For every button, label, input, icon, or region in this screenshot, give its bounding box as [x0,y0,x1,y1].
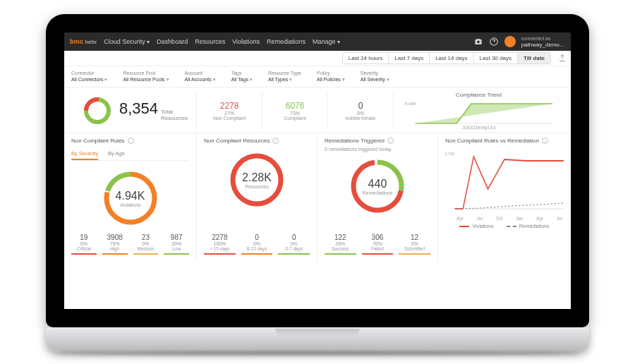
resources-stats: 2278100%> 15 days 00%8-15 days 00%0-7 da… [204,233,310,255]
nav-manage[interactable]: Manage [313,38,340,45]
rules-gauge: 4.94KViolations [100,168,161,229]
panel-resources-title: Non Compliant Resources [204,138,270,144]
trend-sparkline: 8.68K [405,99,552,125]
total-number: 8,354 [119,99,158,118]
trend-chart: 5.73K [445,147,564,216]
nav-violations[interactable]: Violations [232,38,260,45]
filter-resource-type[interactable]: Resource TypeAll Types [268,71,301,83]
trend-title: Compliance Trend [456,92,502,98]
app-topbar: bmchelix Cloud Security Dashboard Resour… [64,32,571,51]
info-icon[interactable]: i [542,138,548,144]
svg-text:8.68K: 8.68K [405,101,417,106]
user-label: connected as [521,36,565,41]
summary-trend: Compliance Trend 8.68K Jul Oct Jan Apr J… [394,92,564,130]
topbar-right: connected as pathway_demo… [473,36,565,48]
svg-point-0 [477,41,480,44]
panel-trend-title: Non Compliant Rules vs Remediation [445,138,539,144]
summary-noncompliant[interactable]: 2278 27% Non Compliant [197,92,262,130]
summary-compliant[interactable]: 6076 73% Compliant [262,92,328,130]
user-block[interactable]: connected as pathway_demo… [521,36,565,48]
svg-text:5.73K: 5.73K [445,152,454,156]
time-range-row: Last 24 hours Last 7 days Last 14 days L… [64,51,571,66]
remed-note: 0 remediations triggered today [325,147,430,152]
rules-stats: 190%Critical 390879%High 230%Medium 9872… [71,233,189,255]
brand-logo: bmchelix [70,38,97,45]
tab-7d[interactable]: Last 7 days [388,53,429,63]
info-icon[interactable]: i [272,138,279,144]
nav-cloud-security[interactable]: Cloud Security [104,38,150,45]
stat-failed[interactable]: 30670%Failed [362,233,394,255]
export-icon[interactable] [558,54,567,63]
filter-resource-pool[interactable]: Resource PoolAll Resource Pools [123,71,169,83]
panel-rules-title: Non Compliant Rules [71,138,125,144]
laptop-base [46,327,589,351]
brand-name: bmc [70,38,83,45]
rules-subtabs: By Severity By Age [71,148,189,161]
filter-policy[interactable]: PolicyAll Policies [317,71,345,83]
panel-trend: Non Compliant Rules vs Remediationi 5.73… [438,133,571,260]
info-icon[interactable]: i [387,138,394,144]
resources-gauge: 2.28KResources [226,150,287,210]
panel-remediations: Remediations Triggeredi 0 remediations t… [318,133,438,260]
stat-success[interactable]: 12228%Success [325,233,356,255]
filter-severity[interactable]: SeverityAll Severity [361,71,389,83]
stat-submitted[interactable]: 123%Submitted [399,233,430,255]
subtab-age[interactable]: By Age [108,148,125,160]
stat-0-7[interactable]: 00%0-7 days [278,233,310,255]
nav-dashboard[interactable]: Dashboard [157,38,188,45]
remed-gauge: 440Remediations [347,156,408,217]
filter-account[interactable]: AccountAll Accounts [185,71,216,83]
stat-critical[interactable]: 190%Critical [71,233,97,255]
stat-low[interactable]: 98720%Low [164,233,189,255]
summary-row: 8,354 Total Resources 2278 27% Non Compl… [64,87,571,133]
filter-tags[interactable]: TagsAll Tags [231,71,253,83]
info-icon[interactable]: i [128,138,134,144]
laptop-frame: bmchelix Cloud Security Dashboard Resour… [46,14,589,351]
panel-remed-title: Remediations Triggered [325,138,385,144]
screen: bmchelix Cloud Security Dashboard Resour… [64,32,571,309]
subtab-severity[interactable]: By Severity [71,148,98,160]
panel-resources: Non Compliant Resourcesi 2.28KResources … [197,133,318,260]
camera-icon[interactable] [473,37,483,47]
tab-14d[interactable]: Last 14 days [429,53,473,63]
panel-rules: Non Compliant Rulesi By Severity By Age [64,133,197,260]
trend-axis: Jul Oct Jan Apr Jul [461,125,497,130]
tab-30d[interactable]: Last 30 days [473,53,517,63]
filter-connector[interactable]: ConnectorAll Connectors [71,71,107,83]
screen-bezel: bmchelix Cloud Security Dashboard Resour… [46,14,589,327]
total-donut [83,96,112,126]
summary-indeterminate[interactable]: 0 0% Indeterminate [328,92,394,130]
avatar[interactable] [504,36,516,47]
summary-total: 8,354 Total Resources [71,92,197,130]
trend-axis: AprJulOctJanAprJul [445,216,564,221]
remed-stats: 12228%Success 30670%Failed 123%Submitted [325,233,430,255]
main-nav: Cloud Security Dashboard Resources Viola… [104,38,340,45]
nav-remediations[interactable]: Remediations [267,38,306,45]
help-icon[interactable] [489,37,499,47]
stat-8-15[interactable]: 00%8-15 days [241,233,273,255]
panel-grid: Non Compliant Rulesi By Severity By Age [64,133,571,260]
tab-24h[interactable]: Last 24 hours [343,53,388,63]
stat-high[interactable]: 390879%High [102,233,128,255]
total-label: Total Resources [161,109,185,122]
nav-resources[interactable]: Resources [195,38,225,45]
filter-bar: ConnectorAll Connectors Resource PoolAll… [64,66,571,87]
user-name: pathway_demo… [521,42,565,48]
stat-medium[interactable]: 230%Medium [133,233,159,255]
time-range-tabs: Last 24 hours Last 7 days Last 14 days L… [342,52,551,64]
trend-legend: Violations Remediations [445,224,564,229]
brand-sub: helix [85,39,97,45]
stat-gt15[interactable]: 2278100%> 15 days [204,233,236,255]
tab-till-date[interactable]: Till date [517,53,550,63]
